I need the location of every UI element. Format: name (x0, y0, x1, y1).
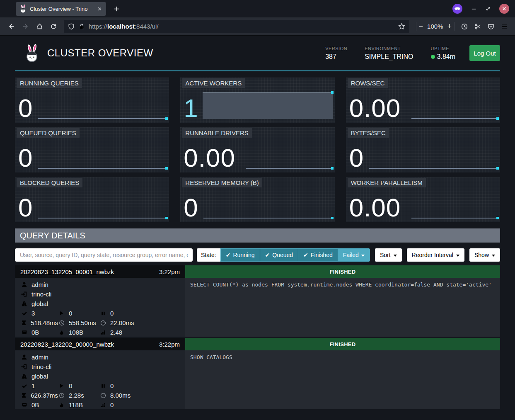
version-value: 387 (325, 53, 347, 61)
zoom-level[interactable]: 100% (427, 23, 443, 30)
parallelism: 0 (110, 401, 114, 408)
window-restore-icon[interactable] (485, 6, 491, 12)
completed-splits: 3 (31, 310, 35, 317)
window-close-icon[interactable] (499, 4, 509, 14)
forward-icon[interactable] (19, 20, 31, 33)
elapsed-time-clock-icon (58, 320, 65, 326)
url-text: https://localhost:8443/ui/ (89, 23, 394, 30)
running-splits-play-icon (58, 311, 65, 316)
check-icon: ✔ (303, 252, 308, 258)
uptime-info: UPTIME 3.84m (431, 46, 455, 61)
query-time: 3:22pm (159, 268, 180, 275)
filter-running-button[interactable]: ✔ Running (220, 248, 260, 262)
cumulative-memory: 108B (69, 329, 83, 336)
filter-queued-button[interactable]: ✔ Queued (260, 248, 298, 262)
current-memory-disk-icon (21, 402, 28, 408)
pocket-icon[interactable] (485, 21, 497, 32)
chevron-down-icon (361, 255, 365, 257)
running-splits-play-icon (58, 383, 65, 388)
menu-hamburger-icon[interactable] (498, 21, 510, 32)
version-info: VERSION 387 (325, 46, 347, 61)
running-splits: 0 (69, 310, 72, 317)
query-sql-text: SELECT COUNT(*) as nodes FROM system.run… (185, 278, 500, 337)
completed-splits-check-icon (21, 383, 28, 389)
chevron-down-icon (394, 255, 397, 257)
resource-group-road-icon (21, 301, 28, 307)
completed-splits: 1 (31, 382, 35, 389)
elapsed-time: 558.50ms (69, 319, 96, 326)
stat-card-reserved-memory: RESERVED MEMORY (B) 0 (180, 177, 334, 222)
zoom-in-icon[interactable]: + (447, 22, 452, 31)
home-icon[interactable] (33, 20, 46, 33)
window-minimize-icon[interactable] (471, 6, 477, 12)
query-stats-panel: admin trino-cli global 3 0 0 518.48ms 55… (15, 278, 185, 337)
query-time: 3:22pm (159, 341, 180, 348)
status-dot (431, 55, 435, 59)
query-stats-panel: admin trino-cli global 1 0 0 626.37ms 2.… (15, 350, 185, 409)
filter-failed-dropdown[interactable]: Failed (338, 248, 370, 262)
stats-grid: RUNNING QUERIES 0 ACTIVE WORKERS 1 ROWS/… (15, 78, 500, 222)
query-sql-text: SHOW CATALOGS (185, 350, 500, 409)
trino-favicon (19, 5, 27, 13)
running-splits: 0 (69, 382, 72, 389)
zoom-out-icon[interactable]: − (419, 22, 423, 31)
cpu-time-gauge-icon (99, 393, 106, 398)
sort-dropdown[interactable]: Sort (375, 248, 402, 262)
screenshot-scissors-icon[interactable] (472, 21, 484, 32)
page-title: CLUSTER OVERVIEW (47, 47, 153, 59)
bookmark-star-icon[interactable] (398, 23, 405, 30)
stat-card-queued-queries: QUEUED QUERIES 0 (15, 127, 169, 172)
query-card: 20220823_132202_00000_nwbzk 3:22pm FINIS… (15, 338, 500, 409)
query-status-badge: FINISHED (185, 265, 500, 278)
cumulative-memory: 118B (69, 401, 83, 408)
stat-card-blocked-queries: BLOCKED QUERIES 0 (15, 177, 169, 222)
query-id-link[interactable]: 20220823_132202_00000_nwbzk (20, 341, 114, 348)
query-details-header: QUERY DETAILS (15, 228, 500, 243)
check-icon: ✔ (265, 252, 270, 258)
check-icon: ✔ (226, 252, 231, 258)
parallelism: 2.48 (110, 329, 122, 336)
sparkline (246, 168, 332, 169)
reload-icon[interactable] (47, 20, 60, 33)
lock-icon[interactable] (78, 23, 85, 30)
current-memory: 0B (31, 401, 39, 408)
stat-card-bytes-sec: BYTES/SEC 0 (346, 127, 500, 172)
sparkline (203, 218, 332, 218)
wall-time: 626.37ms (31, 392, 58, 399)
query-resource-group: global (31, 373, 48, 380)
wall-time-hourglass-icon (21, 320, 27, 325)
tracking-shield-icon[interactable] (68, 23, 75, 30)
browser-tab[interactable]: Cluster Overview - Trino (16, 2, 106, 16)
queued-splits-pause-icon (99, 311, 106, 316)
query-source: trino-cli (31, 291, 51, 298)
url-bar[interactable]: https://localhost:8443/ui/ (64, 20, 409, 33)
environment-value: SIMPLE_TRINO (365, 53, 413, 61)
show-dropdown[interactable]: Show (469, 248, 500, 262)
uptime-value: 3.84m (437, 53, 455, 61)
sparkline (38, 168, 167, 169)
current-memory: 0B (31, 329, 39, 336)
wall-time-hourglass-icon (21, 393, 27, 398)
stat-card-runnable-drivers: RUNNABLE DRIVERS 0.00 (180, 127, 334, 172)
queued-splits-pause-icon (99, 384, 106, 388)
stat-card-active-workers: ACTIVE WORKERS 1 (180, 78, 334, 123)
query-card: 20220823_132205_00001_nwbzk 3:22pm FINIS… (15, 265, 500, 337)
state-label: State: (197, 248, 220, 262)
source-signin-icon (21, 364, 28, 370)
stat-card-rows-sec: ROWS/SEC 0.00 (346, 78, 500, 123)
query-id-link[interactable]: 20220823_132205_00001_nwbzk (20, 268, 114, 275)
logout-button[interactable]: Log Out (469, 45, 500, 61)
sparkline (411, 218, 498, 218)
search-input[interactable] (15, 248, 193, 262)
zoom-controls: − 100% + (416, 22, 455, 31)
stat-card-running-queries: RUNNING QUERIES 0 (15, 78, 169, 123)
reorder-interval-dropdown[interactable]: Reorder Interval (407, 248, 464, 262)
history-clock-icon[interactable] (459, 21, 470, 32)
user-icon (21, 354, 28, 360)
query-header: 20220823_132205_00001_nwbzk 3:22pm (15, 265, 185, 278)
tab-close-icon[interactable] (97, 6, 102, 12)
filter-finished-button[interactable]: ✔ Finished (298, 248, 338, 262)
back-icon[interactable] (5, 20, 17, 33)
new-tab-icon[interactable] (114, 6, 120, 12)
completed-splits-check-icon (21, 311, 28, 316)
